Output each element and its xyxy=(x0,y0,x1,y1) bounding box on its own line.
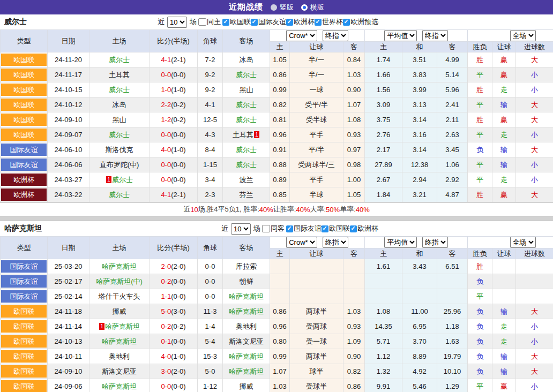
checkbox-checked-icon[interactable] xyxy=(322,225,328,232)
checkbox-checked-icon[interactable] xyxy=(343,19,350,26)
halftime-score: (0-0) xyxy=(171,176,185,184)
odds-handicap: 平手 xyxy=(290,172,343,187)
average-select[interactable]: 平均值 xyxy=(384,237,417,248)
odds-away: 0.82 xyxy=(343,364,365,379)
checkbox-unchecked-icon[interactable] xyxy=(262,225,270,232)
league-filter-checkbox[interactable]: 国际友谊 xyxy=(251,17,286,27)
league-badge: 欧国联 xyxy=(1,99,47,111)
match-date: 24-09-07 xyxy=(48,127,89,142)
checkbox-unchecked-icon[interactable] xyxy=(198,18,206,26)
result-handicap xyxy=(492,289,516,304)
avg-stage-select[interactable]: 终指 xyxy=(422,237,448,248)
league-filter-checkbox[interactable]: 欧国联 xyxy=(222,17,251,27)
avg-away: 1.29 xyxy=(437,379,468,392)
match-row: 欧洲杯24-03-271威尔士0-0(0-0)3-4波兰0.89平手1.002.… xyxy=(1,172,553,187)
odds-stage-select[interactable]: 终指 xyxy=(323,237,348,248)
away-team-name: 威尔士 xyxy=(236,71,257,79)
radio-vertical[interactable]: 竖版 xyxy=(271,3,294,12)
bookmaker-select[interactable]: Crow* xyxy=(286,30,317,41)
league-filter-checkbox[interactable]: 欧洲杯 xyxy=(350,224,378,233)
rank-badge: 1 xyxy=(106,176,111,183)
home-team: 哈萨克斯坦 xyxy=(89,379,150,392)
result-wdl-value: 平 xyxy=(476,161,483,169)
away-team-name: 芬兰 xyxy=(240,191,253,199)
checkbox-checked-icon[interactable] xyxy=(286,19,293,26)
odds-home: 0.91 xyxy=(270,142,290,157)
radio-horizontal[interactable]: 横版 xyxy=(301,3,324,12)
checkbox-checked-icon[interactable] xyxy=(286,225,293,232)
average-select[interactable]: 平均值 xyxy=(384,30,417,41)
avg-home: 1.61 xyxy=(365,259,402,274)
league-badge: 欧国联 xyxy=(1,114,47,126)
league-badge: 国际友谊 xyxy=(1,290,47,303)
result-handicap xyxy=(492,274,516,289)
result-goals-value: 小 xyxy=(531,382,538,390)
result-handicap: 输 xyxy=(492,157,516,172)
checkbox-checked-icon[interactable] xyxy=(222,19,229,26)
match-count-select[interactable]: 10 xyxy=(231,223,251,235)
checkbox-checked-icon[interactable] xyxy=(315,19,322,26)
match-count-select[interactable]: 10 xyxy=(167,17,187,28)
home-team: 挪威 xyxy=(89,304,150,319)
title-bar: 近期战绩 竖版 横版 xyxy=(0,0,553,14)
result-wdl-value: 负 xyxy=(476,146,483,154)
result-goals-value: 大 xyxy=(531,367,538,375)
league-filter-label: 世界杯 xyxy=(322,17,343,27)
home-team: 奥地利 xyxy=(89,349,150,364)
league-filter-checkbox[interactable]: 欧洲预选 xyxy=(343,17,378,27)
away-team-name: 库拉索 xyxy=(236,262,257,270)
avg-draw: 3.14 xyxy=(402,112,437,127)
odds-away: 1.07 xyxy=(343,97,365,112)
home-team-name: 挪威 xyxy=(113,307,126,315)
home-team-name: 威尔士 xyxy=(109,131,130,139)
col-result-wdl: 胜负 xyxy=(468,42,492,52)
away-team: 朝鲜 xyxy=(223,274,270,289)
halftime-score: (0-0) xyxy=(171,161,185,169)
col-odds-away: 客 xyxy=(343,42,365,52)
result-handicap: 赢 xyxy=(492,187,516,202)
summary-text: 单率: xyxy=(340,205,356,214)
col-avg-draw: 和 xyxy=(402,42,437,52)
col-score: 比分(半场) xyxy=(150,237,198,259)
league-filter-checkbox[interactable]: 欧国联 xyxy=(322,224,350,233)
score-cell: 2-0(2-0) xyxy=(150,259,198,274)
odds-home: 1.07 xyxy=(270,364,290,379)
match-row: 欧国联24-09-06哈萨克斯坦0-0(0-0)1-12挪威1.03受球半0.8… xyxy=(1,379,553,392)
match-row: 国际友谊25-02-14塔什干火车头1-1(0-0)0-0哈萨克斯坦平 xyxy=(1,289,553,304)
result-handicap-value: 输 xyxy=(500,352,507,360)
avg-draw: 6.95 xyxy=(402,319,437,334)
fulltime-select[interactable]: 全场 xyxy=(510,237,536,248)
league-filter-checkbox[interactable]: 国际友谊 xyxy=(286,224,322,233)
result-wdl: 胜 xyxy=(468,187,492,202)
home-team-name: 哈萨克斯坦 xyxy=(105,322,140,330)
halftime-score: (0-0) xyxy=(171,277,185,285)
radio-unselected-icon[interactable] xyxy=(271,4,277,11)
col-result-handicap: 让球 xyxy=(492,248,516,259)
checkbox-checked-icon[interactable] xyxy=(350,225,357,232)
odds-stage-select[interactable]: 终指 xyxy=(323,30,348,41)
checkbox-checked-icon[interactable] xyxy=(251,19,258,26)
odds-handicap: 两球半 xyxy=(290,349,343,364)
avg-away: 1.06 xyxy=(437,157,468,172)
radio-selected-icon[interactable] xyxy=(301,4,308,11)
same-venue-filter[interactable]: 同客 xyxy=(262,224,285,233)
avg-home: 1.12 xyxy=(365,349,402,364)
away-team: 威尔士 xyxy=(223,142,270,157)
league-filter-checkbox[interactable]: 欧洲杯 xyxy=(286,17,315,27)
odds-home xyxy=(270,259,290,274)
result-goals: 小 xyxy=(516,67,553,82)
result-goals: 大 xyxy=(516,349,553,364)
avg-home: 1.84 xyxy=(365,187,402,202)
result-wdl: 负 xyxy=(468,364,492,379)
bookmaker-select[interactable]: Crow* xyxy=(286,237,317,248)
result-wdl-value: 胜 xyxy=(476,262,483,270)
home-team: 威尔士 xyxy=(89,187,150,202)
league-filter-checkbox[interactable]: 世界杯 xyxy=(315,17,343,27)
result-goals: 小 xyxy=(516,319,553,334)
result-handicap: 输 xyxy=(492,364,516,379)
home-team-name: 威尔士 xyxy=(109,56,130,64)
avg-stage-select[interactable]: 终指 xyxy=(422,30,448,41)
same-venue-filter[interactable]: 同主 xyxy=(198,17,221,27)
fulltime-select[interactable]: 全场 xyxy=(510,30,536,41)
unit-label: 场 xyxy=(253,224,260,233)
